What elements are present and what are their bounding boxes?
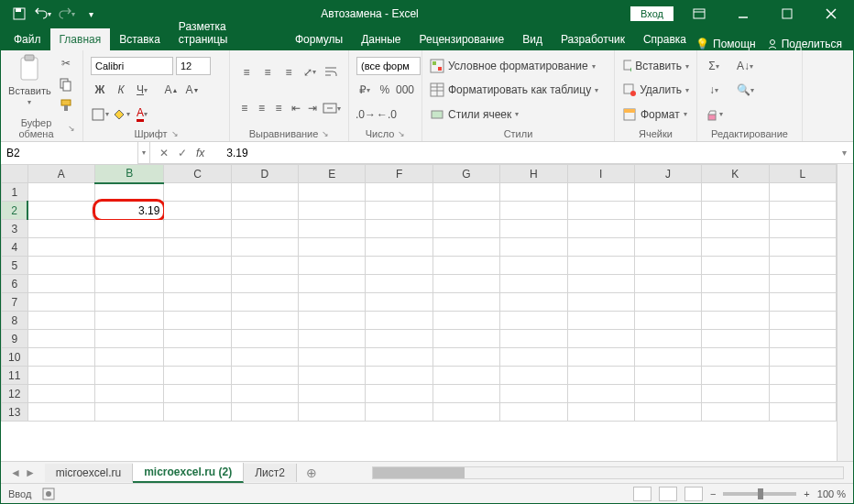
cell[interactable] bbox=[299, 312, 366, 330]
cell[interactable] bbox=[500, 348, 567, 367]
vertical-scrollbar[interactable] bbox=[837, 164, 853, 461]
cell[interactable] bbox=[94, 312, 164, 330]
sheet-tab-1[interactable]: microexcel.ru bbox=[45, 464, 133, 482]
cell[interactable] bbox=[164, 367, 231, 385]
cell[interactable] bbox=[231, 385, 298, 403]
cell[interactable] bbox=[27, 348, 94, 367]
row-header[interactable]: 9 bbox=[2, 330, 28, 348]
cell[interactable] bbox=[164, 257, 231, 275]
cell[interactable] bbox=[366, 293, 432, 312]
cell[interactable] bbox=[634, 257, 701, 275]
row-header[interactable]: 4 bbox=[2, 238, 28, 257]
redo-icon[interactable]: ▾ bbox=[56, 3, 78, 25]
clear-icon[interactable]: ▾ bbox=[705, 105, 723, 124]
cell-styles-button[interactable]: Стили ячеек▾ bbox=[430, 105, 607, 124]
cell[interactable] bbox=[366, 312, 432, 330]
accept-formula-icon[interactable]: ✓ bbox=[178, 147, 187, 159]
cell[interactable] bbox=[366, 275, 432, 293]
cell[interactable] bbox=[164, 385, 231, 403]
cell[interactable] bbox=[94, 238, 164, 257]
row-header[interactable]: 10 bbox=[2, 348, 28, 367]
ribbon-display-icon[interactable] bbox=[681, 1, 717, 27]
sheet-nav-next-icon[interactable]: ► bbox=[25, 466, 36, 479]
cell[interactable] bbox=[432, 330, 499, 348]
fill-color-icon[interactable]: ▾ bbox=[112, 105, 130, 124]
cell[interactable] bbox=[366, 348, 432, 367]
cell[interactable] bbox=[702, 183, 769, 202]
cell[interactable] bbox=[769, 348, 836, 367]
cell[interactable] bbox=[432, 385, 499, 403]
cell[interactable] bbox=[164, 183, 231, 202]
cell[interactable] bbox=[500, 275, 567, 293]
cell[interactable] bbox=[299, 257, 366, 275]
cell[interactable] bbox=[231, 202, 298, 220]
format-painter-icon[interactable] bbox=[57, 96, 75, 115]
formula-bar-expand-icon[interactable]: ▾ bbox=[835, 148, 853, 158]
sort-filter-icon[interactable]: A↓▾ bbox=[736, 57, 754, 75]
copy-icon[interactable] bbox=[57, 75, 75, 93]
cell[interactable] bbox=[366, 257, 432, 275]
cell[interactable] bbox=[634, 220, 701, 238]
cell[interactable] bbox=[164, 238, 231, 257]
column-header[interactable]: C bbox=[164, 165, 231, 183]
percent-icon[interactable]: % bbox=[377, 81, 394, 99]
cell[interactable] bbox=[702, 257, 769, 275]
cell[interactable] bbox=[500, 385, 567, 403]
font-color-icon[interactable]: A▾ bbox=[133, 105, 151, 124]
column-header[interactable]: K bbox=[702, 165, 769, 183]
cell[interactable] bbox=[27, 293, 94, 312]
cell[interactable] bbox=[500, 293, 567, 312]
cell[interactable] bbox=[366, 183, 432, 202]
tab-help[interactable]: Справка bbox=[634, 28, 695, 50]
tab-developer[interactable]: Разработчик bbox=[552, 28, 634, 50]
select-all-corner[interactable] bbox=[2, 165, 28, 183]
row-header[interactable]: 11 bbox=[2, 367, 28, 385]
cell[interactable] bbox=[164, 275, 231, 293]
italic-button[interactable]: К bbox=[112, 81, 130, 99]
cell[interactable] bbox=[567, 183, 634, 202]
tab-review[interactable]: Рецензирование bbox=[411, 28, 514, 50]
cell[interactable] bbox=[231, 403, 298, 422]
number-format-select[interactable] bbox=[356, 57, 421, 75]
number-dialog-icon[interactable]: ↘ bbox=[398, 129, 405, 138]
name-box[interactable] bbox=[1, 142, 138, 164]
row-header[interactable]: 6 bbox=[2, 275, 28, 293]
cell[interactable] bbox=[366, 385, 432, 403]
cell[interactable] bbox=[500, 403, 567, 422]
find-select-icon[interactable]: 🔍▾ bbox=[736, 81, 754, 99]
cell[interactable] bbox=[231, 220, 298, 238]
align-left-icon[interactable]: ≡ bbox=[237, 99, 252, 117]
cell[interactable] bbox=[769, 220, 836, 238]
autosum-icon[interactable]: Σ▾ bbox=[705, 57, 723, 75]
login-button[interactable]: Вход bbox=[630, 6, 673, 21]
cell[interactable] bbox=[231, 348, 298, 367]
cell[interactable] bbox=[366, 220, 432, 238]
formula-input[interactable] bbox=[221, 142, 835, 163]
cell[interactable] bbox=[94, 367, 164, 385]
align-top-icon[interactable]: ≡ bbox=[237, 63, 256, 82]
cell[interactable] bbox=[634, 385, 701, 403]
column-header[interactable]: L bbox=[769, 165, 836, 183]
cell[interactable] bbox=[27, 403, 94, 422]
row-header[interactable]: 8 bbox=[2, 312, 28, 330]
share-button[interactable]: Поделиться bbox=[767, 38, 842, 50]
align-right-icon[interactable]: ≡ bbox=[271, 99, 286, 117]
cell[interactable] bbox=[299, 202, 366, 220]
font-dialog-icon[interactable]: ↘ bbox=[171, 129, 179, 138]
cell[interactable] bbox=[94, 220, 164, 238]
cell[interactable] bbox=[567, 293, 634, 312]
cell[interactable] bbox=[27, 220, 94, 238]
cell[interactable] bbox=[299, 293, 366, 312]
cell[interactable] bbox=[27, 202, 94, 220]
bold-button[interactable]: Ж bbox=[91, 81, 109, 99]
format-cells-button[interactable]: Формат▾ bbox=[622, 105, 689, 124]
font-size-select[interactable] bbox=[176, 57, 211, 75]
cell[interactable] bbox=[27, 367, 94, 385]
column-header[interactable]: G bbox=[432, 165, 499, 183]
cell[interactable] bbox=[231, 257, 298, 275]
cell[interactable] bbox=[702, 348, 769, 367]
cell[interactable] bbox=[769, 238, 836, 257]
cell[interactable] bbox=[432, 183, 499, 202]
row-header[interactable]: 13 bbox=[2, 403, 28, 422]
zoom-slider[interactable] bbox=[723, 492, 796, 496]
